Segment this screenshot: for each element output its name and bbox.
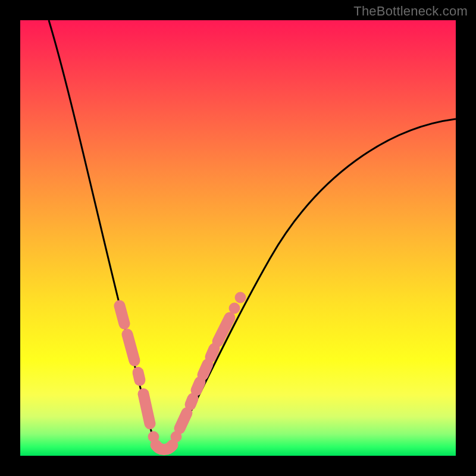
plot-area bbox=[20, 20, 456, 456]
marker-dot-r9 bbox=[235, 292, 246, 303]
marker-seg-l3 bbox=[138, 372, 140, 380]
marker-seg-l4 bbox=[143, 394, 150, 424]
bottleneck-curve bbox=[49, 20, 456, 453]
marker-seg-bottom bbox=[156, 445, 173, 450]
watermark: TheBottleneck.com bbox=[353, 4, 468, 19]
curve-svg bbox=[20, 20, 456, 456]
marker-seg-r4 bbox=[196, 382, 200, 390]
marker-seg-r5 bbox=[203, 364, 208, 375]
marker-dot-r8 bbox=[229, 303, 240, 314]
marker-seg-l1 bbox=[120, 306, 124, 324]
marker-seg-r2 bbox=[180, 413, 187, 428]
marker-seg-r3 bbox=[190, 399, 193, 405]
marker-seg-r6 bbox=[211, 349, 214, 357]
chart-frame: TheBottleneck.com bbox=[0, 0, 476, 476]
marker-seg-l2 bbox=[127, 334, 134, 361]
